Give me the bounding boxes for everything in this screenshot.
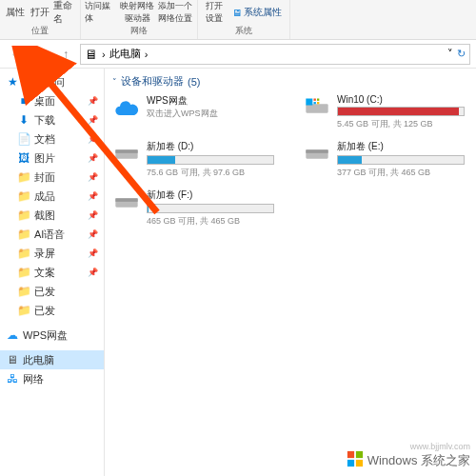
folder-icon: 📁 bbox=[17, 228, 30, 241]
drive-icon bbox=[112, 140, 141, 169]
sidebar-wps[interactable]: ☁ WPS网盘 bbox=[0, 326, 104, 345]
sidebar-network[interactable]: 🖧 网络 bbox=[0, 369, 104, 388]
sidebar-item-label: 截图 bbox=[34, 208, 55, 223]
sidebar-item-成品[interactable]: 📁成品📌 bbox=[0, 187, 104, 206]
drive-新加卷 (E:)[interactable]: 新加卷 (E:)377 GB 可用, 共 465 GB bbox=[303, 140, 465, 179]
pin-icon: 📌 bbox=[88, 248, 98, 258]
folder-icon: 📁 bbox=[17, 285, 30, 298]
sidebar-item-label: 图片 bbox=[34, 151, 55, 166]
sidebar-thispc-label: 此电脑 bbox=[23, 353, 54, 367]
svg-rect-9 bbox=[306, 149, 327, 153]
ribbon-label-location: 位置 bbox=[31, 25, 49, 39]
ribbon-label-network: 网络 bbox=[130, 25, 148, 39]
pin-icon: 📌 bbox=[88, 96, 98, 106]
section-header[interactable]: ˅ 设备和驱动器 (5) bbox=[112, 74, 468, 89]
up-button[interactable]: ↑ bbox=[55, 44, 76, 65]
pin-icon: 📌 bbox=[88, 210, 98, 220]
svg-rect-3 bbox=[317, 99, 319, 101]
drive-WPS网盘[interactable]: WPS网盘双击进入WPS网盘 bbox=[112, 94, 274, 130]
refresh-icon[interactable]: ↻ bbox=[457, 48, 466, 60]
usage-bar bbox=[337, 107, 465, 116]
breadcrumb-location[interactable]: 此电脑 bbox=[109, 47, 141, 61]
sidebar-item-已发[interactable]: 📁已发 bbox=[0, 301, 104, 320]
sidebar-item-label: 已发 bbox=[34, 285, 55, 299]
open-icon[interactable]: 打开 bbox=[29, 2, 51, 23]
sidebar-item-桌面[interactable]: ■桌面📌 bbox=[0, 91, 104, 110]
rename2-icon[interactable]: 重命名 bbox=[53, 2, 76, 23]
sysprops-button[interactable]: 🖥系统属性 bbox=[228, 2, 286, 23]
sidebar-item-label: 文档 bbox=[34, 132, 55, 147]
sidebar-item-封面[interactable]: 📁封面📌 bbox=[0, 168, 104, 187]
folder-icon: 📁 bbox=[17, 247, 30, 260]
sidebar-wps-label: WPS网盘 bbox=[23, 328, 68, 343]
svg-rect-11 bbox=[115, 198, 137, 202]
breadcrumb-sep: › bbox=[102, 49, 106, 60]
pin-icon: 📌 bbox=[88, 229, 98, 239]
settings-icon[interactable]: 打开 设置 bbox=[202, 2, 227, 23]
forward-button[interactable]: → bbox=[30, 44, 51, 65]
drive-Win10 (C:)[interactable]: Win10 (C:)5.45 GB 可用, 共 125 GB bbox=[303, 94, 465, 130]
folder-icon: 📁 bbox=[17, 189, 30, 203]
pin-icon: 📌 bbox=[88, 172, 98, 182]
sidebar-item-截图[interactable]: 📁截图📌 bbox=[0, 206, 104, 225]
back-button[interactable]: ← bbox=[6, 44, 27, 65]
sidebar-item-已发[interactable]: 📁已发 bbox=[0, 282, 104, 301]
media-icon[interactable]: 访问媒体 bbox=[85, 2, 117, 23]
drive-icon bbox=[303, 94, 331, 123]
cloud-icon: ☁ bbox=[6, 328, 19, 342]
svg-rect-5 bbox=[317, 102, 319, 104]
chevron-down-icon: ˅ bbox=[112, 77, 117, 87]
drive-icon bbox=[303, 140, 331, 169]
sidebar-item-文档[interactable]: 📄文档📌 bbox=[0, 129, 104, 149]
rename-icon[interactable]: 属性 bbox=[4, 2, 27, 23]
map-drive-icon[interactable]: 映射网络 驱动器 bbox=[119, 2, 155, 23]
folder-icon: ■ bbox=[17, 94, 30, 108]
sidebar: ★ 快速访问 ■桌面📌⬇下载📌📄文档📌🖼图片📌📁封面📌📁成品📌📁截图📌📁AI语音… bbox=[0, 69, 105, 476]
sidebar-item-label: 录屏 bbox=[34, 247, 55, 261]
sidebar-item-文案[interactable]: 📁文案📌 bbox=[0, 263, 104, 282]
drive-name: 新加卷 (D:) bbox=[147, 140, 274, 153]
sidebar-thispc[interactable]: 🖥 此电脑 bbox=[0, 350, 104, 369]
pc-icon: 🖥 bbox=[6, 353, 19, 367]
drive-新加卷 (D:)[interactable]: 新加卷 (D:)75.6 GB 可用, 共 97.6 GB bbox=[112, 140, 274, 179]
breadcrumb[interactable]: 🖥 › 此电脑 › ˅ ↻ bbox=[80, 44, 470, 65]
ribbon: 属性 打开 重命名 位置 访问媒体 映射网络 驱动器 添加一个 网络位置 网络 … bbox=[0, 0, 476, 40]
sidebar-quick-access[interactable]: ★ 快速访问 bbox=[0, 72, 104, 91]
sidebar-item-label: AI语音 bbox=[34, 228, 65, 242]
drive-stats: 377 GB 可用, 共 465 GB bbox=[337, 167, 465, 179]
svg-rect-15 bbox=[347, 460, 354, 466]
section-title: 设备和驱动器 bbox=[121, 74, 184, 89]
ribbon-group-system: 打开 设置 🖥系统属性 系统 bbox=[198, 0, 290, 39]
main-area: ★ 快速访问 ■桌面📌⬇下载📌📄文档📌🖼图片📌📁封面📌📁成品📌📁截图📌📁AI语音… bbox=[0, 69, 476, 476]
sidebar-item-label: 下载 bbox=[34, 113, 55, 128]
drive-name: 新加卷 (E:) bbox=[337, 140, 465, 153]
drive-name: Win10 (C:) bbox=[337, 94, 465, 105]
sidebar-item-图片[interactable]: 🖼图片📌 bbox=[0, 149, 104, 168]
drive-新加卷 (F:)[interactable]: 新加卷 (F:)465 GB 可用, 共 465 GB bbox=[112, 188, 274, 228]
breadcrumb-dropdown-icon[interactable]: ˅ bbox=[447, 48, 453, 60]
sidebar-item-录屏[interactable]: 📁录屏📌 bbox=[0, 244, 104, 263]
svg-rect-13 bbox=[347, 451, 354, 458]
watermark-text: Windows 系统之家 bbox=[367, 452, 470, 469]
pin-icon: 📌 bbox=[88, 134, 98, 144]
sidebar-item-AI语音[interactable]: 📁AI语音📌 bbox=[0, 225, 104, 244]
folder-icon: 📁 bbox=[17, 208, 30, 222]
watermark: Windows 系统之家 bbox=[347, 450, 470, 470]
sidebar-quick-label: 快速访问 bbox=[23, 75, 65, 89]
breadcrumb-sep2: › bbox=[145, 49, 149, 60]
sidebar-item-下载[interactable]: ⬇下载📌 bbox=[0, 110, 104, 129]
drive-stats: 5.45 GB 可用, 共 125 GB bbox=[337, 118, 465, 130]
pin-icon: 📌 bbox=[88, 268, 98, 277]
nav-bar: ← → ↑ 🖥 › 此电脑 › ˅ ↻ bbox=[0, 40, 476, 69]
add-netloc-icon[interactable]: 添加一个 网络位置 bbox=[157, 2, 193, 23]
pc-icon: 🖥 bbox=[85, 47, 98, 62]
usage-bar bbox=[147, 155, 274, 165]
ribbon-label-system: 系统 bbox=[235, 25, 252, 39]
svg-rect-1 bbox=[306, 99, 312, 106]
sidebar-item-label: 桌面 bbox=[34, 94, 55, 109]
sidebar-network-label: 网络 bbox=[23, 372, 44, 387]
star-icon: ★ bbox=[6, 75, 19, 89]
sidebar-item-label: 已发 bbox=[34, 304, 55, 318]
folder-icon: 🖼 bbox=[17, 151, 30, 165]
svg-rect-16 bbox=[356, 460, 363, 466]
